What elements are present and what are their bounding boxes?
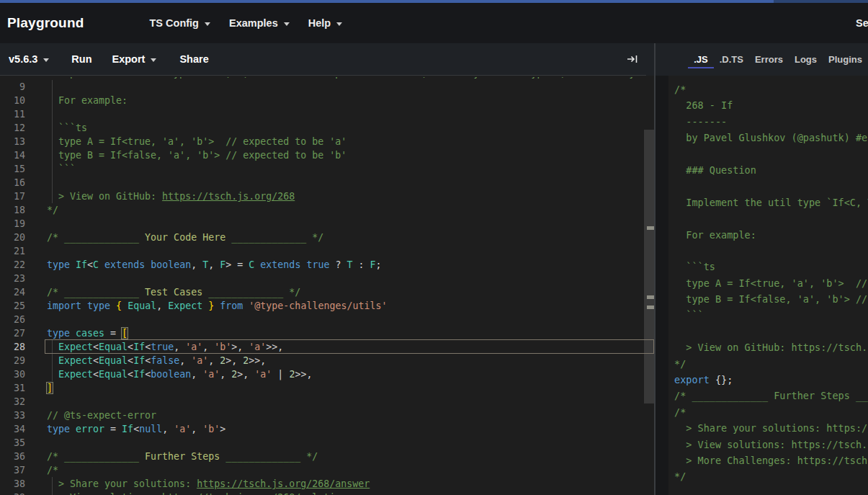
- code-token: > View on GitHub: https://tsch.js.org/26…: [674, 342, 868, 353]
- code-editor[interactable]: 8 Implement the util type `If<C, T, F>` …: [0, 76, 654, 495]
- code-token: ]: [47, 383, 53, 393]
- code-line: 34type error = If<null, 'a', 'b'>: [0, 422, 654, 436]
- line-content: [25, 176, 47, 189]
- code-token: Further Steps: [145, 451, 220, 462]
- code-line: 22type If<C extends boolean, T, F> = C e…: [0, 258, 654, 272]
- code-token: 'a': [191, 355, 208, 366]
- toolbar-export-button[interactable]: Export: [112, 53, 157, 65]
- code-token: /*: [674, 406, 686, 418]
- line-number: 22: [0, 258, 25, 272]
- output-line: */: [674, 468, 868, 484]
- code-token: */: [674, 471, 686, 482]
- line-number: 24: [0, 285, 25, 299]
- code-line: 18*/: [0, 203, 654, 217]
- line-content: type B = If<false, 'a', 'b'> // expected…: [25, 148, 346, 162]
- line-content: // @ts-expect-error: [25, 409, 156, 422]
- line-number: 34: [0, 422, 25, 436]
- menu-ts-config[interactable]: TS Config: [140, 12, 220, 35]
- line-content: */: [25, 203, 58, 217]
- line-number: 10: [0, 94, 25, 107]
- line-number: 37: [0, 463, 25, 477]
- app-title: Playground: [7, 15, 84, 31]
- code-token: [99, 259, 104, 270]
- code-token: <: [127, 369, 133, 380]
- line-content: type If<C extends boolean, T, F> = C ext…: [25, 258, 382, 272]
- output-line: [674, 210, 868, 226]
- code-line: 29 Expect<Equal<If<false, 'a', 2>, 2>>,: [0, 354, 654, 367]
- toolbar-share-button[interactable]: Share: [179, 53, 208, 65]
- settings-menu-item[interactable]: Settings: [856, 17, 868, 29]
- collapse-right-icon[interactable]: [627, 54, 638, 64]
- code-token: type: [87, 300, 110, 311]
- editor-scrollbar[interactable]: [644, 130, 654, 403]
- code-token: Equal: [127, 300, 156, 311]
- line-number: 19: [0, 217, 25, 231]
- line-content: type cases = [: [25, 326, 127, 340]
- overview-ruler-mark: [647, 306, 654, 309]
- tab-plugins[interactable]: Plugins: [823, 50, 868, 68]
- code-token: [110, 300, 116, 311]
- output-line: type B = If<false, 'a', 'b'> // expected…: [674, 291, 868, 307]
- code-token: [81, 300, 87, 311]
- main-area: 8 Implement the util type `If<C, T, F>` …: [0, 76, 868, 495]
- output-line: /* _____________ Further Steps _________…: [674, 388, 868, 403]
- tab--d-ts[interactable]: .D.TS: [714, 50, 749, 68]
- line-number: 15: [0, 162, 25, 176]
- code-token: /* _____________: [47, 287, 145, 298]
- chevron-down-icon: [336, 22, 342, 26]
- line-number: 35: [0, 436, 25, 450]
- code-token: <: [133, 424, 139, 434]
- tab--js[interactable]: .JS: [688, 50, 714, 68]
- code-token: -------: [674, 116, 727, 128]
- code-token: >>,: [295, 369, 312, 380]
- toolbar-run-button[interactable]: Run: [71, 53, 91, 65]
- code-token: 'a': [202, 369, 220, 380]
- code-token: > View solutions:: [47, 492, 162, 495]
- code-token: F: [370, 259, 376, 270]
- code-token: > View on GitHub:: [47, 191, 162, 202]
- editor-toolbar: v5.6.3RunExportShare: [0, 43, 646, 76]
- code-token: If: [76, 259, 87, 270]
- line-content: /* _____________ Further Steps _________…: [25, 450, 318, 463]
- output-sidebar: /* 268 - If ------- by Pavel Glushkov (@…: [654, 76, 868, 495]
- output-line: /*: [674, 404, 868, 420]
- code-line: 23: [0, 272, 654, 285]
- code-token: _____________ */: [225, 232, 323, 243]
- code-token: > More Challenges: https://tsch.js.org/2…: [674, 455, 868, 466]
- chevron-down-icon: [205, 22, 210, 26]
- menu-examples[interactable]: Examples: [220, 12, 299, 35]
- code-token: type B = If<false, 'a', 'b'> // expected…: [674, 293, 868, 305]
- code-token: */: [47, 205, 58, 215]
- tab-errors[interactable]: Errors: [749, 50, 789, 68]
- code-line: 16: [0, 176, 654, 189]
- code-token: type: [47, 259, 70, 270]
- tab-logs[interactable]: Logs: [789, 50, 823, 68]
- code-token: >>,: [249, 355, 266, 366]
- output-line: ### Question: [674, 162, 868, 178]
- output-line: type A = If<true, 'a', 'b'> // expected …: [674, 275, 868, 291]
- code-token: ```: [47, 164, 76, 174]
- toolbar-button-label: v5.6.3: [9, 53, 37, 65]
- editor-panel-divider[interactable]: [654, 43, 656, 495]
- code-token: <: [93, 369, 99, 380]
- code-token: >,: [225, 355, 243, 366]
- code-token: export: [674, 374, 710, 385]
- line-number: 27: [0, 326, 25, 340]
- code-line: 35: [0, 436, 654, 450]
- chevron-down-icon: [284, 22, 290, 26]
- indent-guide: [52, 80, 53, 203]
- toolbar-v5-6-3-button[interactable]: v5.6.3: [9, 53, 49, 65]
- code-token: > Share your solutions: https://tsch.js.…: [674, 422, 868, 434]
- code-line: 39 > View solutions: https://tsch.js.org…: [0, 491, 654, 495]
- code-line: 37/*: [0, 463, 654, 477]
- code-token: =: [104, 424, 122, 434]
- code-token: // @ts-expect-error: [47, 410, 156, 421]
- line-content: ```: [25, 162, 76, 176]
- code-token: /*: [47, 465, 58, 476]
- menu-help[interactable]: Help: [299, 12, 352, 35]
- code-token: ```ts: [47, 122, 87, 133]
- code-token: /*: [674, 84, 686, 95]
- code-line: 31]: [0, 381, 654, 395]
- code-token: Expect: [58, 369, 93, 380]
- output-line: [674, 243, 868, 259]
